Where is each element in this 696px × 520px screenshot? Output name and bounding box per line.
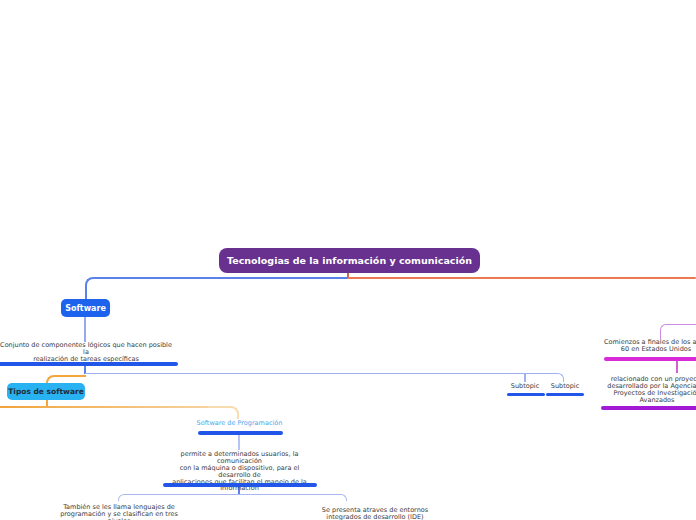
software-description-underline bbox=[0, 362, 178, 366]
connector-history-branch bbox=[660, 324, 696, 339]
proyecto-underline bbox=[601, 406, 696, 410]
programacion-description-underline bbox=[163, 483, 317, 487]
software-topic[interactable]: Software bbox=[61, 299, 110, 317]
ide-topic[interactable]: Se presenta atraves de entornos integrad… bbox=[299, 507, 451, 520]
comienzos-underline bbox=[604, 357, 696, 361]
mindmap-canvas[interactable]: Tecnologias de la información y comunica… bbox=[0, 0, 696, 520]
connector-subtopic1-drop bbox=[524, 374, 526, 382]
root-topic[interactable]: Tecnologias de la información y comunica… bbox=[219, 248, 480, 273]
connector-root-right-branch bbox=[348, 277, 696, 279]
comienzos-topic[interactable]: Comienzos a finales de los años 60 en Es… bbox=[556, 339, 696, 353]
connector-root-to-software bbox=[85, 277, 348, 299]
subtopic-1[interactable]: Subtopic bbox=[503, 383, 547, 390]
connector-subtopics-bracket bbox=[85, 373, 564, 382]
software-description-topic[interactable]: Conjunto de componentes lógicos que hace… bbox=[0, 342, 172, 363]
connector-to-programacion bbox=[208, 406, 239, 419]
connector-comienzos-to-proyecto bbox=[676, 361, 678, 373]
connector-software-to-description bbox=[84, 317, 86, 342]
software-programacion-topic[interactable]: Software de Programación bbox=[189, 420, 290, 427]
connector-programacion-children-bracket bbox=[118, 494, 347, 501]
connector-programacion-to-description bbox=[238, 435, 240, 450]
tipos-de-software-topic[interactable]: Tipos de software bbox=[7, 383, 85, 400]
software-programacion-underline bbox=[198, 431, 283, 435]
lenguajes-topic[interactable]: También se les llama lenguajes de progra… bbox=[43, 504, 195, 520]
connector-tipos-children bbox=[0, 406, 208, 408]
subtopic-1-underline bbox=[507, 393, 545, 396]
proyecto-topic[interactable]: relacionado con un proyecto desarrollado… bbox=[557, 376, 696, 404]
